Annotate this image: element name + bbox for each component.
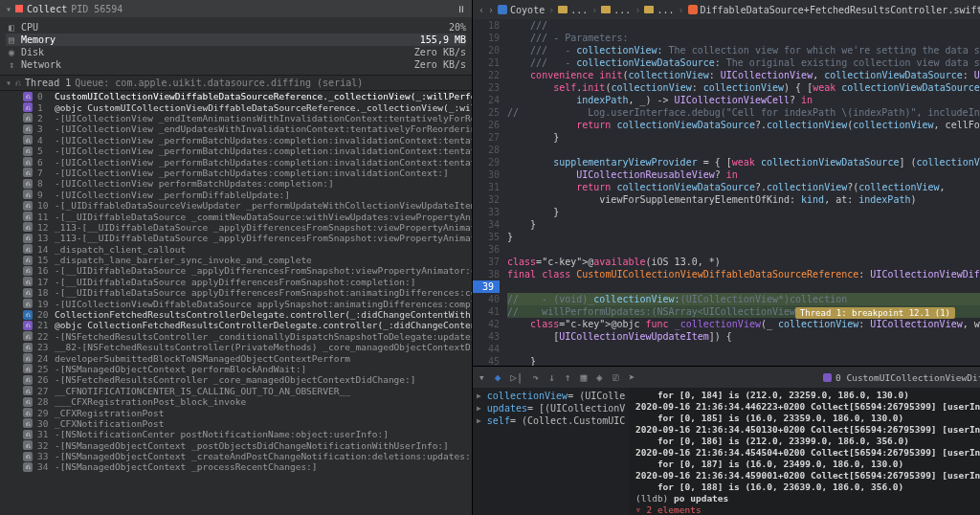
frame-badge-icon: ⎌	[23, 408, 33, 417]
hide-debug-icon[interactable]: ▾	[479, 371, 485, 384]
cpu-gauge[interactable]: ◧CPU 20%	[6, 21, 466, 34]
stack-frame[interactable]: ⎌34-[NSManagedObjectContext _processRece…	[0, 461, 472, 472]
stack-frame[interactable]: ⎌18-[__UIDiffableDataSource applyDiffere…	[0, 287, 472, 298]
frame-badge-icon: ⎌	[23, 321, 33, 330]
stack-frame[interactable]: ⎌1@objc CustomUICollectionViewDiffableDa…	[0, 101, 472, 112]
stack-frame[interactable]: ⎌30_CFXNotificationPost	[0, 418, 472, 429]
stack-frame[interactable]: ⎌6-[UICollectionView _performBatchUpdate…	[0, 156, 472, 167]
stack-frame[interactable]: ⎌11-[__UIDiffableDataSource _commitNewDa…	[0, 211, 472, 221]
stack-frame[interactable]: ⎌15_dispatch_lane_barrier_sync_invoke_an…	[0, 255, 472, 265]
stack-frame[interactable]: ⎌13_113-[__UIDiffableDataSource _applyDi…	[0, 233, 472, 243]
frame-badge-icon: ⎌	[23, 190, 33, 199]
disclosure-icon[interactable]: ▾	[6, 4, 11, 14]
frame-badge-icon: ⎌	[23, 310, 33, 320]
memory-gauge[interactable]: ▤Memory 155,9 MB	[6, 34, 466, 46]
frame-badge-icon: ⎌	[23, 256, 33, 265]
frame-badge-icon: ⎌	[23, 157, 33, 167]
stack-frame[interactable]: ⎌22-[NSFetchedResultsController _conditi…	[0, 331, 472, 342]
disk-gauge[interactable]: ◉Disk Zero KB/s	[6, 46, 466, 58]
frame-badge-icon: ⎌	[23, 375, 33, 385]
stack-frame[interactable]: ⎌14_dispatch_client_callout	[0, 243, 472, 254]
view-debug-icon[interactable]: ▦	[580, 371, 587, 384]
stack-frame[interactable]: ⎌21@objc CollectionFetchedResultsControl…	[0, 320, 472, 330]
stack-frame[interactable]: ⎌32-[NSManagedObjectContext _postObjects…	[0, 440, 472, 451]
stack-frame[interactable]: ⎌25-[NSManagedObjectContext performBlock…	[0, 364, 472, 374]
debug-navigator: ▾ Collect PID 56594 ⏸ ◧CPU 20% ▤Memory 1…	[0, 0, 473, 515]
stack-frame[interactable]: ⎌0CustomUICollectionViewDiffableDataSour…	[0, 91, 472, 101]
stack-frame[interactable]: ⎌9-[UICollectionView _performDiffableUpd…	[0, 190, 472, 200]
process-header[interactable]: ▾ Collect PID 56594 ⏸	[0, 0, 472, 17]
stack-frame[interactable]: ⎌8-[UICollectionView performBatchUpdates…	[0, 178, 472, 189]
network-icon: ↕	[6, 59, 17, 70]
variable-row[interactable]: ▶self = (Collect.CustomUICollectionViewD…	[477, 414, 626, 427]
swift-file-icon	[688, 5, 698, 14]
gauges: ◧CPU 20% ▤Memory 155,9 MB ◉Disk Zero KB/…	[0, 17, 472, 75]
stack-frame[interactable]: ⎌27__CFNOTIFICATIONCENTER_IS_CALLING_OUT…	[0, 386, 472, 396]
stack-frame[interactable]: ⎌23__82-[NSFetchedResultsController(Priv…	[0, 342, 472, 352]
frame-badge-icon: ⎌	[23, 299, 33, 308]
memory-graph-icon[interactable]: ◈	[596, 371, 603, 384]
frame-badge-icon: ⎌	[23, 212, 33, 221]
stack-frame[interactable]: ⎌17-[__UIDiffableDataSource applyDiffere…	[0, 277, 472, 287]
step-over-icon[interactable]: ↷	[533, 371, 540, 384]
variable-row[interactable]: ▶updates = [(UICollectionViewUpdateItem)…	[477, 402, 626, 414]
stack-frame[interactable]: ⎌31-[NSNotificationCenter postNotificati…	[0, 429, 472, 439]
env-overrides-icon[interactable]: ⎚	[612, 371, 619, 384]
process-name: Collect	[27, 4, 67, 14]
back-icon[interactable]: ‹	[479, 5, 484, 15]
frame-badge-icon: ⎌	[23, 364, 33, 373]
console[interactable]: for [0, 184] is (212.0, 23259.0, 186.0, …	[630, 388, 980, 515]
continue-icon[interactable]: ▷|	[510, 371, 523, 384]
stack-frame[interactable]: ⎌5-[UICollectionView _performBatchUpdate…	[0, 146, 472, 156]
step-in-icon[interactable]: ↓	[548, 371, 555, 384]
location-icon[interactable]: ➤	[629, 371, 635, 384]
thread-header[interactable]: ▾ ⎌ Thread 1 Queue: com.apple.uikit.data…	[0, 75, 472, 91]
frame-badge-icon: ⎌	[23, 343, 33, 352]
frame-badge-icon: ⎌	[23, 146, 33, 156]
forward-icon[interactable]: ›	[488, 5, 494, 15]
step-out-icon[interactable]: ↑	[565, 371, 571, 384]
bc-file[interactable]: DiffableDataSource+FetchedResultsControl…	[701, 5, 981, 15]
frame-badge-icon: ⎌	[23, 288, 33, 298]
frame-badge-icon: ⎌	[23, 277, 33, 286]
network-gauge[interactable]: ↕Network Zero KB/s	[6, 58, 466, 71]
stack-frame[interactable]: ⎌24developerSubmittedBlockToNSManagedObj…	[0, 352, 472, 363]
stack-frame[interactable]: ⎌33-[NSManagedObjectContext _createAndPo…	[0, 451, 472, 461]
process-pid: PID 56594	[71, 4, 122, 14]
stack-frame[interactable]: ⎌2-[UICollectionView _endItemAnimationsW…	[0, 113, 472, 123]
frame-badge-icon: ⎌	[23, 244, 33, 254]
stack-frame[interactable]: ⎌12_113-[__UIDiffableDataSource _applyDi…	[0, 222, 472, 233]
memory-icon: ▤	[6, 34, 17, 45]
stack-frame[interactable]: ⎌28___CFXRegistrationPost_block_invoke	[0, 396, 472, 407]
variables-view[interactable]: ▶collectionView = (UICollectionView) 0x0…	[473, 388, 630, 515]
disclosure-icon[interactable]: ▾	[6, 78, 11, 88]
gutter[interactable]: 1819202122232425262728293031323334353637…	[473, 19, 505, 366]
stack-frame[interactable]: ⎌7-[UICollectionView _performBatchUpdate…	[0, 168, 472, 178]
stack-frame[interactable]: ⎌4-[UICollectionView _performBatchUpdate…	[0, 135, 472, 146]
bc-project[interactable]: Coyote	[510, 5, 545, 15]
frame-badge-icon: ⎌	[23, 462, 33, 472]
frame-badge-icon: ⎌	[23, 430, 33, 439]
stack-frame[interactable]: ⎌10-[_UIDiffableDataSourceViewUpdater _p…	[0, 200, 472, 211]
breakpoints-toggle-icon[interactable]: ◆	[495, 371, 501, 384]
debug-location[interactable]: 0 CustomUICollectionViewDiffableDataSo..…	[823, 372, 980, 383]
jump-bar[interactable]: ‹ › Coyote › ... › ... › ... › DiffableD…	[473, 0, 980, 19]
folder-icon	[558, 6, 568, 13]
execution-pointer-badge: Thread 1: breakpoint 12.1 (1)	[795, 307, 955, 319]
stack-frame[interactable]: ⎌20CollectionFetchedResultsControllerDel…	[0, 309, 472, 320]
cpu-icon: ◧	[6, 22, 17, 33]
frame-badge-icon: ⎌	[23, 201, 33, 211]
stack-frame[interactable]: ⎌3-[UICollectionView _endUpdatesWithInva…	[0, 123, 472, 134]
pause-icon[interactable]: ⏸	[457, 4, 466, 14]
variable-row[interactable]: ▶collectionView = (UICollectionView) 0x0…	[477, 390, 626, 402]
stack-frame[interactable]: ⎌19-[UICollectionViewDiffableDataSource …	[0, 298, 472, 308]
stack-frame[interactable]: ⎌29_CFXRegistrationPost	[0, 407, 472, 417]
stack-frame[interactable]: ⎌16-[__UIDiffableDataSource _applyDiffer…	[0, 265, 472, 276]
debug-toolbar: ▾ ◆ ▷| ↷ ↓ ↑ ▦ ◈ ⎚ ➤ 0 CustomUICollectio…	[473, 367, 980, 388]
stack-frame[interactable]: ⎌26-[NSFetchedResultsController _core_ma…	[0, 374, 472, 385]
disk-icon: ◉	[6, 47, 17, 57]
frame-badge-icon: ⎌	[23, 452, 33, 461]
frame-badge-icon: ⎌	[23, 92, 33, 101]
frame-badge-icon: ⎌	[23, 222, 33, 232]
folder-icon	[644, 6, 654, 13]
